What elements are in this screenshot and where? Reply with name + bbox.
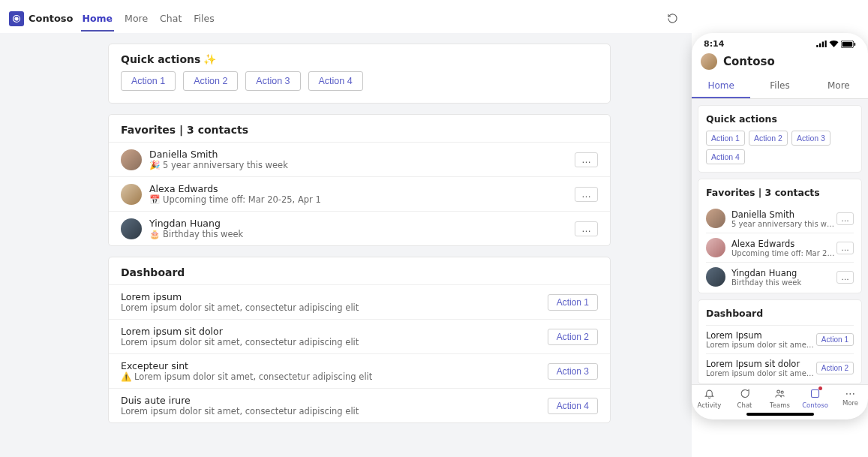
signal-icon	[816, 41, 827, 47]
mobile-tab-more[interactable]: More	[809, 76, 868, 98]
mobile-dashboard-row: Lorem Ipsum sit dolor Lorem ipsum dolor …	[706, 353, 854, 382]
dashboard-row: Lorem ipsum sit dolor Lorem ipsum dolor …	[109, 319, 610, 353]
quick-actions-title: Quick actions ✨	[109, 44, 610, 71]
svg-rect-3	[819, 44, 821, 47]
mobile-favorite-row[interactable]: Daniella Smith 5 year anniversary this w…	[706, 204, 854, 233]
svg-rect-11	[812, 390, 819, 398]
favorite-text: Alexa Edwards 📅 Upcoming time off: Mar 2…	[149, 183, 575, 205]
mobile-favorites-card: Favorites | 3 contacts Daniella Smith 5 …	[698, 179, 862, 293]
mobile-quick-actions-card: Quick actions Action 1 Action 2 Action 3…	[698, 105, 862, 173]
warning-icon: ⚠️	[121, 371, 131, 382]
bottom-nav-label: Teams	[770, 401, 790, 409]
mobile-quick-action-3[interactable]: Action 3	[791, 131, 830, 146]
mobile-more-button[interactable]: …	[836, 242, 854, 254]
wifi-icon	[829, 41, 839, 47]
bottom-nav-teams[interactable]: Teams	[762, 388, 797, 409]
favorite-name: Alexa Edwards	[149, 183, 575, 194]
app-icon	[809, 388, 821, 401]
desktop-view: Contoso Home More Chat Files Quick actio…	[0, 0, 692, 457]
svg-rect-4	[822, 42, 824, 48]
mobile-body: Quick actions Action 1 Action 2 Action 3…	[692, 99, 868, 384]
favorite-sub-text: Birthday this week	[163, 229, 243, 239]
bottom-nav-chat[interactable]: Chat	[727, 388, 762, 409]
user-avatar[interactable]	[701, 53, 717, 70]
tab-home[interactable]: Home	[81, 5, 115, 32]
dashboard-item-sub: ⚠️ Lorem ipsum dolor sit amet, consectet…	[121, 371, 548, 382]
mobile-quick-action-4[interactable]: Action 4	[706, 149, 745, 164]
favorite-sub: 🎂 Birthday this week	[149, 229, 575, 239]
bottom-nav-contoso[interactable]: Contoso	[797, 388, 833, 409]
mobile-favorite-sub: 5 year anniversary this week	[731, 220, 836, 228]
mobile-more-button[interactable]: …	[836, 271, 854, 284]
quick-action-2[interactable]: Action 2	[183, 71, 238, 91]
home-indicator	[746, 413, 814, 416]
more-icon: ⋯	[845, 388, 856, 398]
quick-actions-card: Quick actions ✨ Action 1 Action 2 Action…	[108, 44, 611, 104]
favorite-sub: 📅 Upcoming time off: Mar 20-25, Apr 1	[149, 194, 575, 205]
favorite-row[interactable]: Daniella Smith 🎉 5 year anniversary this…	[109, 142, 610, 176]
mobile-bottom-nav: Activity Chat Teams Contoso ⋯ More	[692, 384, 868, 410]
mobile-app-name: Contoso	[723, 55, 775, 68]
mobile-tab-files[interactable]: Files	[750, 76, 809, 98]
mobile-favorites-title: Favorites | 3 contacts	[706, 187, 854, 198]
bottom-nav-label: Activity	[698, 401, 722, 409]
dashboard-action-1[interactable]: Action 1	[548, 294, 598, 311]
mobile-dashboard-card: Dashboard Lorem Ipsum Lorem ipsum dolor …	[698, 299, 862, 384]
quick-actions-title-text: Quick actions	[121, 53, 200, 65]
mobile-favorite-name: Daniella Smith	[731, 209, 836, 220]
teams-icon	[774, 388, 785, 401]
status-time: 8:14	[704, 39, 724, 49]
dashboard-item-title: Lorem ipsum	[121, 291, 548, 302]
mobile-dashboard-action-2[interactable]: Action 2	[816, 362, 854, 374]
favorite-row[interactable]: Yingdan Huang 🎂 Birthday this week …	[109, 211, 610, 245]
more-button[interactable]: …	[575, 152, 598, 167]
mobile-favorite-row[interactable]: Alexa Edwards Upcoming time off: Mar 20-…	[706, 233, 854, 262]
app-logo-wrap: Contoso	[9, 11, 78, 26]
quick-action-3[interactable]: Action 3	[245, 71, 300, 91]
favorite-text: Yingdan Huang 🎂 Birthday this week	[149, 218, 575, 239]
dashboard-action-3[interactable]: Action 3	[548, 363, 598, 380]
status-icons	[816, 41, 856, 48]
tab-files[interactable]: Files	[192, 5, 215, 32]
bottom-nav-label: Contoso	[802, 401, 828, 409]
desktop-body: Quick actions ✨ Action 1 Action 2 Action…	[0, 33, 692, 457]
dashboard-row: Excepteur sint ⚠️ Lorem ipsum dolor sit …	[109, 353, 610, 388]
desktop-header: Contoso Home More Chat Files	[0, 0, 692, 33]
mobile-dashboard-item-title: Lorem Ipsum sit dolor	[706, 359, 816, 369]
mobile-dashboard-row: Lorem Ipsum Lorem ipsum dolor sit amet, …	[706, 325, 854, 353]
svg-rect-8	[854, 43, 856, 46]
tab-more[interactable]: More	[123, 5, 149, 32]
mobile-tabs: Home Files More	[692, 76, 868, 99]
tab-chat[interactable]: Chat	[158, 5, 183, 32]
favorite-row[interactable]: Alexa Edwards 📅 Upcoming time off: Mar 2…	[109, 176, 610, 211]
bottom-nav-label: Chat	[737, 401, 752, 409]
mobile-dashboard-title: Dashboard	[706, 308, 854, 319]
more-button[interactable]: …	[575, 187, 598, 202]
avatar	[121, 184, 142, 205]
favorite-text: Daniella Smith 🎉 5 year anniversary this…	[149, 149, 575, 170]
mobile-quick-action-2[interactable]: Action 2	[749, 131, 788, 146]
refresh-icon[interactable]	[662, 8, 683, 29]
svg-point-10	[781, 391, 783, 393]
bottom-nav-more[interactable]: ⋯ More	[833, 388, 868, 409]
mobile-more-button[interactable]: …	[836, 212, 854, 225]
more-button[interactable]: …	[575, 221, 598, 236]
dashboard-item-title: Excepteur sint	[121, 360, 548, 371]
dashboard-item-sub: Lorem ipsum dolor sit amet, consectetur …	[121, 302, 548, 313]
mobile-favorite-row[interactable]: Yingdan Huang Birthday this week …	[706, 262, 854, 291]
svg-rect-7	[842, 41, 853, 46]
mobile-dashboard-item-title: Lorem Ipsum	[706, 330, 816, 341]
mobile-dashboard-action-1[interactable]: Action 1	[816, 333, 854, 346]
dashboard-item-title: Lorem ipsum sit dolor	[121, 326, 548, 337]
bell-icon	[704, 388, 715, 401]
dashboard-action-4[interactable]: Action 4	[548, 398, 598, 414]
mobile-tab-home[interactable]: Home	[692, 76, 750, 98]
dashboard-action-2[interactable]: Action 2	[548, 329, 598, 345]
bottom-nav-activity[interactable]: Activity	[692, 388, 727, 409]
quick-action-1[interactable]: Action 1	[121, 71, 176, 91]
mobile-view: 8:14 Contoso Home Files More Quick actio…	[692, 33, 868, 419]
mobile-quick-actions-row: Action 1 Action 2 Action 3 Action 4	[706, 131, 854, 164]
sparkle-icon: ✨	[203, 53, 216, 65]
mobile-quick-action-1[interactable]: Action 1	[706, 131, 745, 146]
quick-action-4[interactable]: Action 4	[308, 71, 363, 91]
